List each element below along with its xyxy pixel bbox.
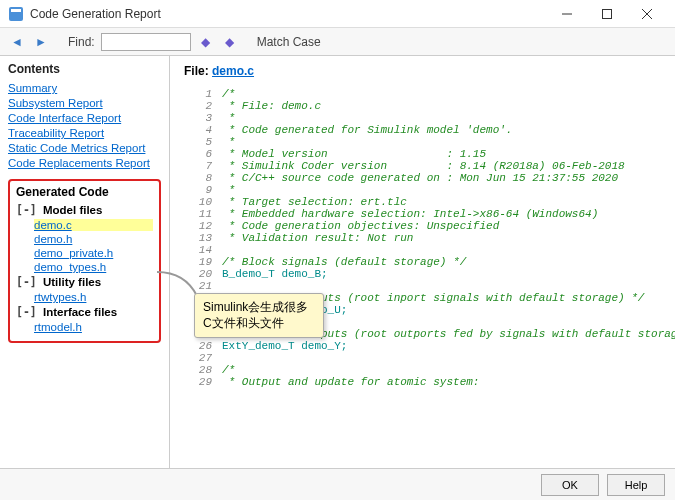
code-line: 21: [184, 280, 661, 292]
file-link[interactable]: demo_private.h: [34, 247, 153, 259]
code-line: 8 * C/C++ source code generated on : Mon…: [184, 172, 661, 184]
toolbar: ◄ ► Find: ◆ ◆ Match Case: [0, 28, 675, 56]
generated-code-box: Generated Code [-] Model filesdemo.cdemo…: [8, 179, 161, 343]
minimize-button[interactable]: [547, 0, 587, 28]
code-line: 2 * File: demo.c: [184, 100, 661, 112]
code-line: 29 * Output and update for atomic system…: [184, 376, 661, 388]
code-line: 11 * Embedded hardware selection: Intel-…: [184, 208, 661, 220]
contents-heading: Contents: [8, 62, 161, 76]
find-label: Find:: [68, 35, 95, 49]
file-link[interactable]: demo.c: [34, 219, 153, 231]
file-header: File: demo.c: [184, 64, 661, 78]
titlebar: Code Generation Report: [0, 0, 675, 28]
footer: OK Help: [0, 468, 675, 500]
code-line: 13 * Validation result: Not run: [184, 232, 661, 244]
nav-link-summary[interactable]: Summary: [8, 82, 161, 94]
section-utility-files[interactable]: [-] Utility files: [16, 275, 153, 289]
code-line: 7 * Simulink Coder version : 8.14 (R2018…: [184, 160, 661, 172]
back-button[interactable]: ◄: [8, 33, 26, 51]
file-link[interactable]: demo_types.h: [34, 261, 153, 273]
collapse-icon[interactable]: [-]: [16, 275, 37, 289]
find-prev-button[interactable]: ◆: [197, 33, 215, 51]
sidebar: Contents SummarySubsystem ReportCode Int…: [0, 56, 170, 468]
maximize-button[interactable]: [587, 0, 627, 28]
generated-code-heading: Generated Code: [16, 185, 153, 199]
close-button[interactable]: [627, 0, 667, 28]
nav-link-subsystem-report[interactable]: Subsystem Report: [8, 97, 161, 109]
code-line: 10 * Target selection: ert.tlc: [184, 196, 661, 208]
file-link[interactable]: rtwtypes.h: [34, 291, 153, 303]
collapse-icon[interactable]: [-]: [16, 305, 37, 319]
code-line: 28/*: [184, 364, 661, 376]
section-model-files[interactable]: [-] Model files: [16, 203, 153, 217]
code-view[interactable]: File: demo.c 1/*2 * File: demo.c3 *4 * C…: [170, 56, 675, 468]
file-link[interactable]: demo.h: [34, 233, 153, 245]
match-case-label[interactable]: Match Case: [257, 35, 321, 49]
help-button[interactable]: Help: [607, 474, 665, 496]
svg-rect-1: [11, 9, 21, 12]
code-line: 5 *: [184, 136, 661, 148]
nav-link-code-replacements-report[interactable]: Code Replacements Report: [8, 157, 161, 169]
code-line: 27: [184, 352, 661, 364]
window-title: Code Generation Report: [30, 7, 547, 21]
nav-link-static-code-metrics-report[interactable]: Static Code Metrics Report: [8, 142, 161, 154]
find-input[interactable]: [101, 33, 191, 51]
code-line: 9 *: [184, 184, 661, 196]
code-line: 26ExtY_demo_T demo_Y;: [184, 340, 661, 352]
nav-link-code-interface-report[interactable]: Code Interface Report: [8, 112, 161, 124]
nav-link-traceability-report[interactable]: Traceability Report: [8, 127, 161, 139]
code-line: 20B_demo_T demo_B;: [184, 268, 661, 280]
code-line: 1/*: [184, 88, 661, 100]
code-line: 14: [184, 244, 661, 256]
section-interface-files[interactable]: [-] Interface files: [16, 305, 153, 319]
ok-button[interactable]: OK: [541, 474, 599, 496]
file-link[interactable]: rtmodel.h: [34, 321, 153, 333]
code-line: 4 * Code generated for Simulink model 'd…: [184, 124, 661, 136]
code-line: 12 * Code generation objectives: Unspeci…: [184, 220, 661, 232]
code-line: 19/* Block signals (default storage) */: [184, 256, 661, 268]
file-name-link[interactable]: demo.c: [212, 64, 254, 78]
annotation-callout: Simulink会生成很多C文件和头文件: [194, 293, 324, 338]
find-next-button[interactable]: ◆: [221, 33, 239, 51]
code-line: 3 *: [184, 112, 661, 124]
app-icon: [8, 6, 24, 22]
forward-button[interactable]: ►: [32, 33, 50, 51]
code-line: 6 * Model version : 1.15: [184, 148, 661, 160]
svg-rect-3: [603, 9, 612, 18]
collapse-icon[interactable]: [-]: [16, 203, 37, 217]
